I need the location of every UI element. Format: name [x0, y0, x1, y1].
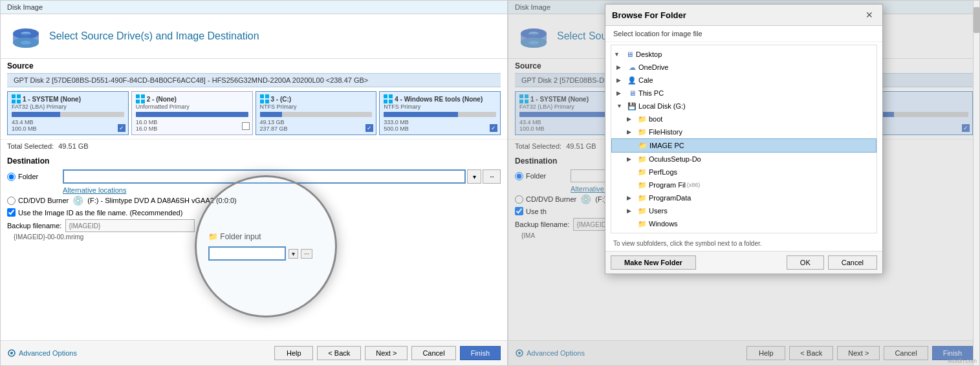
- windows-icon-4: [384, 94, 393, 103]
- dropdown-button[interactable]: ▾: [467, 169, 481, 184]
- use-image-id-checkbox[interactable]: [7, 208, 16, 217]
- destination-section: Destination Folder ▾ ··· Alternative loc…: [1, 153, 507, 244]
- folder-path-input[interactable]: [63, 169, 466, 184]
- next-button[interactable]: Next >: [365, 346, 408, 360]
- partition-3-bar: [260, 112, 373, 117]
- partition-1[interactable]: 1 - SYSTEM (None) FAT32 (LBA) Primary 43…: [7, 91, 129, 135]
- dialog-cancel-button[interactable]: Cancel: [828, 255, 877, 270]
- folder-icon-programfiles: 📁: [637, 180, 648, 190]
- svg-rect-6: [12, 94, 16, 98]
- back-button[interactable]: < Back: [317, 346, 361, 360]
- cddvd-radio[interactable]: [7, 197, 16, 205]
- dialog-buttons: Make New Folder OK Cancel: [605, 251, 882, 274]
- dialog-hint: To view subfolders, click the symbol nex…: [605, 236, 882, 251]
- dialog-ok-button[interactable]: OK: [787, 255, 824, 270]
- folder-input-row: ▾ ···: [63, 169, 501, 184]
- dialog-close-button[interactable]: ✕: [863, 8, 876, 21]
- partition-4-bar: [384, 112, 496, 117]
- tree-item-imagepc[interactable]: 📁 IMAGE PC: [611, 138, 877, 153]
- backup-filename-input[interactable]: [65, 219, 195, 232]
- tree-item-programdata[interactable]: ▶ 📁 ProgramData: [611, 191, 877, 204]
- partition-2-bar: [136, 112, 248, 117]
- partition-1-bar: [12, 112, 124, 117]
- magnified-folder-input[interactable]: [208, 246, 286, 261]
- left-panel-title: Disk Image: [1, 1, 507, 14]
- partition-2[interactable]: 2 - (None) Unformatted Primary 16.0 MB 1…: [131, 91, 253, 135]
- cancel-button[interactable]: Cancel: [411, 346, 455, 360]
- tree-item-filehistory[interactable]: ▶ 📁 FileHistory: [611, 125, 877, 138]
- bottom-buttons: Help < Back Next > Cancel Finish: [274, 346, 501, 360]
- partition-1-label: 1 - SYSTEM (None): [12, 94, 124, 103]
- source-section-label: Source: [1, 59, 507, 73]
- folder-icon-perflogs: 📁: [637, 167, 648, 177]
- desktop-icon: 🖥: [624, 49, 635, 59]
- dialog-title: Browse For Folder: [612, 10, 686, 20]
- left-panel-header: Select Source Drive(s) and Image Destina…: [1, 14, 507, 59]
- folder-tree[interactable]: ▼ 🖥 Desktop ▶ ☁ OneDrive ▶ 👤 Cale: [611, 45, 877, 233]
- use-image-id-row: Use the Image ID as the file name. (Reco…: [7, 207, 501, 218]
- cloud-icon: ☁: [627, 62, 637, 72]
- partition-4-label: 4 - Windows RE tools (None): [384, 94, 496, 103]
- svg-rect-14: [260, 94, 264, 98]
- tree-item-onedrive[interactable]: ▶ ☁ OneDrive: [611, 61, 877, 74]
- folder-icon-boot: 📁: [637, 114, 648, 124]
- disk-image-icon: [10, 21, 41, 52]
- folder-icon-imagepc: 📁: [638, 140, 648, 151]
- tree-item-thispc[interactable]: ▶ 🖥 This PC: [611, 87, 877, 100]
- dialog-overlay: Browse For Folder ✕ Select location for …: [508, 1, 979, 365]
- partition-4[interactable]: 4 - Windows RE tools (None) NTFS Primary…: [379, 91, 501, 135]
- cddvd-row: CD/DVD Burner 💿 (F:) - Slimtype DVD A DA…: [7, 194, 501, 207]
- folder-radio[interactable]: [7, 173, 16, 181]
- user-icon: 👤: [627, 75, 637, 85]
- wsxdn-badge: wsxdn.com: [948, 358, 977, 364]
- finish-button[interactable]: Finish: [460, 346, 501, 360]
- svg-rect-11: [141, 94, 145, 98]
- tree-item-windows[interactable]: 📁 Windows: [611, 217, 877, 230]
- make-new-folder-button[interactable]: Make New Folder: [611, 255, 696, 270]
- left-bottom-bar: Advanced Options Help < Back Next > Canc…: [1, 340, 507, 365]
- folder-row: Folder ▾ ···: [7, 169, 501, 184]
- left-panel: Disk Image Select Source Drive(s) and Im…: [0, 0, 508, 366]
- partition-1-checkbox[interactable]: [118, 123, 125, 132]
- tree-item-perflogs[interactable]: 📁 PerfLogs: [611, 166, 877, 178]
- backup-filename-row: Backup filename:: [7, 218, 501, 233]
- folder-radio-label[interactable]: Folder: [7, 173, 59, 181]
- folder-icon-programdata: 📁: [637, 193, 648, 203]
- partition-2-checkbox[interactable]: [242, 122, 250, 132]
- tree-item-programfiles[interactable]: 📁 Program Fil (x86): [611, 178, 877, 191]
- folder-icon-users: 📁: [637, 206, 648, 216]
- svg-rect-19: [389, 94, 393, 98]
- partition-4-checkbox[interactable]: [490, 123, 497, 132]
- folder-icon-filehistory: 📁: [637, 127, 648, 137]
- right-panel: Disk Image Select Source Dr Source GPT D…: [508, 0, 980, 366]
- tree-item-cale[interactable]: ▶ 👤 Cale: [611, 74, 877, 87]
- folder-icon-windows: 📁: [637, 219, 648, 229]
- tree-item-users[interactable]: ▶ 📁 Users: [611, 204, 877, 217]
- dialog-subtitle: Select location for image file: [605, 26, 882, 42]
- chevron-down-icon: ▾: [473, 173, 476, 180]
- dialog-titlebar: Browse For Folder ✕: [605, 5, 882, 26]
- svg-rect-10: [136, 94, 140, 98]
- alt-locations-link[interactable]: Alternative locations: [7, 186, 501, 194]
- tree-arrow-desktop: ▼: [614, 51, 623, 58]
- disk-icon-tree: 💾: [627, 101, 637, 111]
- cddvd-radio-label[interactable]: CD/DVD Burner: [7, 197, 69, 205]
- windows-icon-2: [136, 94, 145, 103]
- windows-icon-3: [260, 94, 269, 103]
- help-button[interactable]: Help: [274, 346, 313, 360]
- svg-point-23: [10, 352, 13, 354]
- browse-button[interactable]: ···: [483, 169, 501, 184]
- panel-heading: Select Source Drive(s) and Image Destina…: [49, 30, 259, 42]
- tree-item-boot[interactable]: ▶ 📁 boot: [611, 113, 877, 125]
- ellipsis-icon: ···: [490, 173, 494, 180]
- tree-item-localdisk[interactable]: ▼ 💾 Local Disk (G:): [611, 100, 877, 113]
- destination-title: Destination: [7, 156, 501, 166]
- advanced-options-link[interactable]: Advanced Options: [7, 349, 77, 358]
- partition-3-checkbox[interactable]: [365, 123, 373, 132]
- cddvd-drive-icon: 💿: [72, 195, 83, 206]
- partition-2-label: 2 - (None): [136, 94, 248, 103]
- tree-item-oculus[interactable]: ▶ 📁 OculusSetup-Do: [611, 153, 877, 166]
- tree-item-desktop[interactable]: ▼ 🖥 Desktop: [611, 48, 877, 61]
- settings-icon: [7, 349, 16, 358]
- partition-3[interactable]: 3 - (C:) NTFS Primary 49.13 GB 237.87 GB: [256, 91, 377, 135]
